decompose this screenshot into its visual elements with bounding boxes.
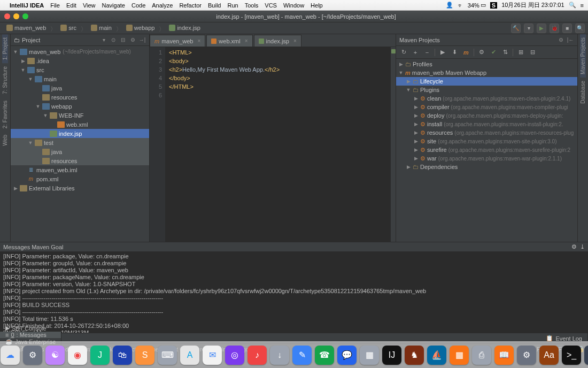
menu-tools[interactable]: Tools [245,2,259,9]
maven-toolbar-button[interactable]: − [422,48,432,57]
window-minimize-button[interactable] [13,13,19,19]
maven-toolbar-button[interactable]: ⬇ [449,48,460,57]
maven-tree-node[interactable]: ▶⚙surefire (org.apache.maven.plugins:mav… [396,145,577,154]
dock-app-icon[interactable]: ▦ [450,346,469,365]
menu-navigate[interactable]: Navigate [102,2,125,9]
tree-node[interactable]: ≣maven_web.iml [11,165,149,174]
code-line[interactable]: </body> [169,74,387,82]
tree-expander-icon[interactable]: ▶ [413,147,419,152]
menu-build[interactable]: Build [208,2,221,9]
tree-node[interactable]: ▼WEB-INF [11,111,149,120]
console-output[interactable]: [INFO] Parameter: package, Value: cn.dre… [0,252,588,333]
maven-toolbar-button[interactable]: ↻ [398,48,409,57]
dock-app-icon[interactable]: ▦ [360,346,379,365]
tree-expander-icon[interactable]: ▶ [413,121,419,127]
menu-edit[interactable]: Edit [66,2,76,9]
menu-run[interactable]: Run [227,2,238,9]
maven-toolbar-button[interactable]: ⊟ [527,48,538,57]
project-tree[interactable]: ▼maven_web(~/IdeaProjects/maven_web)▶.id… [11,46,149,242]
tree-expander-icon[interactable]: ▶ [20,58,26,64]
code-line[interactable]: <h2>Hello,My First Maven Web App.</h2> [169,65,387,74]
editor-tab[interactable]: index.jsp× [254,35,301,47]
tree-node[interactable]: ▼main [11,74,149,83]
dock-app-icon[interactable]: ♪ [247,346,267,365]
tree-expander-icon[interactable]: ▼ [35,104,41,109]
scroll-from-source-icon[interactable]: ⊙ [110,36,117,44]
tool-window-button[interactable]: Web [2,132,8,149]
menu-refactor[interactable]: Refactor [179,2,202,9]
tree-node[interactable]: ▼maven_web(~/IdeaProjects/maven_web) [11,47,149,56]
tree-node[interactable]: resources [11,93,149,102]
dock-app-icon[interactable]: ↓ [270,346,289,365]
maven-tree-node[interactable]: ▶⚙compiler (org.apache.maven.plugins:mav… [396,103,577,111]
window-close-button[interactable] [4,13,10,19]
panel-settings-icon[interactable]: ⚙ [129,36,136,44]
dock-app-icon[interactable]: IJ [382,346,401,365]
editor-code[interactable]: <HTML><body><h2>Hello,My First Maven Web… [166,47,390,242]
dock-app-icon[interactable]: ✉ [203,346,222,365]
tree-expander-icon[interactable]: ▶ [413,104,419,110]
code-line[interactable] [169,91,387,99]
status-wifi-icon[interactable]: ᯤ [458,2,463,9]
dock-app-icon[interactable]: Aa [539,346,559,365]
notification-center-icon[interactable]: ≡ [581,2,584,9]
bottom-tab[interactable]: ▶SBT Console [0,325,61,332]
menu-vcs[interactable]: VCS [265,2,277,9]
spotlight-icon[interactable]: 🔍 [569,2,576,9]
toolbar-make-button[interactable]: 🔨 [511,24,521,33]
maven-toolbar-button[interactable]: ⊞ [515,48,526,57]
tree-node[interactable]: ▼test [11,138,149,147]
tree-expander-icon[interactable]: ▼ [398,70,404,75]
hide-panel-icon[interactable]: |← [567,36,574,44]
menu-analyze[interactable]: Analyze [152,2,173,9]
menu-file[interactable]: File [50,2,60,9]
tree-expander-icon[interactable]: ▶ [413,96,419,101]
dock-app-icon[interactable]: ☁ [1,346,20,365]
tree-expander-icon[interactable]: ▼ [20,67,26,73]
breadcrumb-item[interactable]: index.jsp [166,24,203,32]
code-line[interactable]: <body> [169,57,387,65]
window-zoom-button[interactable] [22,13,28,19]
dock-app-icon[interactable]: J [90,346,110,365]
editor-tab[interactable]: web.xml× [206,35,252,47]
tree-expander-icon[interactable]: ▶ [413,156,419,161]
dock-app-icon[interactable]: 📖 [494,346,514,365]
dock-app-icon[interactable]: ♞ [405,346,424,365]
tree-node[interactable]: ▶.idea [11,56,149,65]
tree-node[interactable]: resources [11,156,149,165]
dock-app-icon[interactable]: S [135,346,154,365]
dock-app-icon[interactable]: >_ [562,346,581,365]
dock-app-icon[interactable]: ◎ [225,346,244,365]
maven-toolbar-button[interactable]: ⇅ [500,48,510,57]
dock-app-icon[interactable]: ⚙ [23,346,42,365]
status-user-icon[interactable]: 👤 [446,2,453,9]
maven-tree-node[interactable]: ▶⚙resources (org.apache.maven.plugins:ma… [396,128,577,137]
tree-node[interactable]: index.jsp [11,129,149,138]
maven-tree[interactable]: ▶🗀Profiles▼mmaven_web Maven Webapp▶🗀Life… [396,59,577,242]
maven-tree-node[interactable]: ▶⚙clean (org.apache.maven.plugins:maven-… [396,94,577,103]
tool-window-button[interactable]: Database [580,78,586,107]
tree-node[interactable]: mpom.xml [11,174,149,183]
menu-view[interactable]: View [83,2,96,9]
tool-window-button[interactable]: 2: Favorites [2,97,8,132]
dock-app-icon[interactable]: ⎙ [472,346,491,365]
tree-expander-icon[interactable]: ▼ [13,49,18,55]
collapse-all-icon[interactable]: ⊟ [119,36,127,44]
panel-settings-icon[interactable]: ⚙ [557,36,564,44]
hide-panel-icon[interactable]: →| [138,36,146,44]
project-view-dropdown[interactable]: ▾ [100,36,107,44]
status-s-icon[interactable]: S [490,2,497,9]
toolbar-run-config-dropdown[interactable]: ▾ [524,24,533,33]
menu-window[interactable]: Window [283,2,304,9]
tree-expander-icon[interactable]: ▼ [406,87,411,93]
dock-app-icon[interactable]: ◉ [68,346,87,365]
maven-tree-node[interactable]: ▶🗀Dependencies [396,163,577,171]
toolbar-search-button[interactable]: 🔍 [575,24,585,33]
panel-settings-icon[interactable]: ⚙ [571,243,577,250]
tree-expander-icon[interactable]: ▶ [13,186,18,191]
dock-app-icon[interactable]: ≫ [584,346,588,365]
menu-help[interactable]: Help [311,2,323,9]
toolbar-stop-button[interactable]: ■ [562,24,572,33]
breadcrumb-item[interactable]: main [88,24,115,32]
tree-node[interactable]: ▶External Libraries [11,183,149,193]
